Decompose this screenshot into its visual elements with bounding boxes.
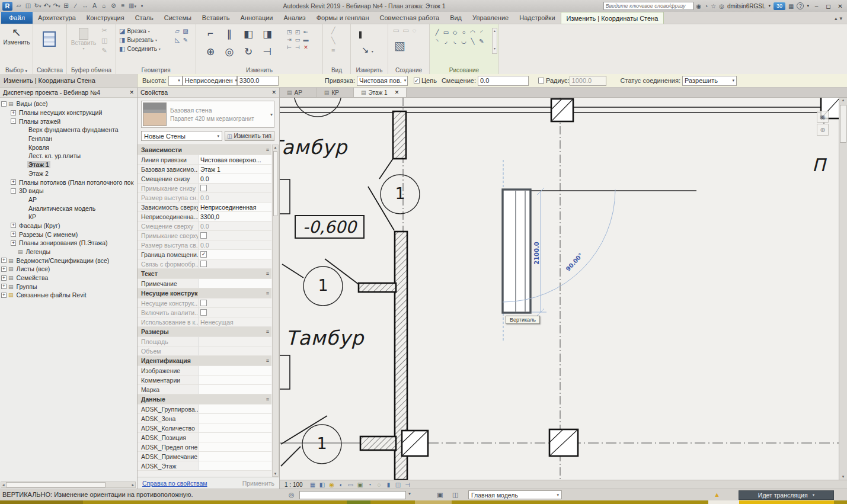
room-label[interactable]: Тамбур xyxy=(280,136,347,159)
create-tool-icon[interactable]: ◌ xyxy=(413,27,417,34)
ribbon-tab[interactable]: Надстройки xyxy=(514,12,560,24)
view-tab[interactable]: ▤ КР xyxy=(317,88,354,97)
ribbon-tab[interactable]: Архитектура xyxy=(33,12,81,24)
tree-item[interactable]: ▤ Кровля xyxy=(0,143,137,152)
draw-tool-icon[interactable]: ◞ xyxy=(442,37,450,46)
element-filter-select[interactable]: Новые Стены ▾ xyxy=(141,131,222,141)
username[interactable]: dmitsin6RGSL xyxy=(727,3,765,9)
draw-tool-icon[interactable]: ○ xyxy=(459,28,468,37)
geometry-extra-icon[interactable]: ▨ xyxy=(181,28,190,37)
geometry-tool-button[interactable]: ◪ Врезка ▾ xyxy=(119,27,161,36)
tree-expander-icon[interactable]: + xyxy=(1,258,7,263)
modify-tool-icon[interactable]: ◎ xyxy=(225,46,234,63)
modify-tool-icon[interactable]: ⊣ xyxy=(263,46,272,63)
ribbon-tab[interactable]: Управление xyxy=(467,12,514,24)
property-value[interactable] xyxy=(198,414,271,423)
tree-item[interactable]: + ▤ Планы зонирования (П.Этажа) xyxy=(0,239,137,248)
worksets-icon[interactable]: ◎ xyxy=(289,491,295,499)
property-row[interactable]: Текст xyxy=(138,269,271,279)
property-row[interactable]: ADSK_Примечание xyxy=(138,452,271,461)
view-tab[interactable]: ▤ АР xyxy=(280,88,317,97)
property-row[interactable]: Размеры xyxy=(138,327,271,337)
property-row[interactable]: Линия привязки Чистовая поверхно... xyxy=(138,155,271,165)
type-selector-arrow-icon[interactable]: ▾ xyxy=(270,112,273,117)
ribbon-tab[interactable]: Совместная работа xyxy=(374,12,445,24)
undo-icon[interactable]: ↶▾ xyxy=(43,1,52,12)
modify-tool-icon[interactable]: ∥ xyxy=(227,28,232,46)
design-option-select[interactable]: Главная модель ▾ xyxy=(468,490,562,499)
tree-item[interactable]: + ▤ Разрезы (С именем) xyxy=(0,230,137,239)
property-value[interactable]: Этаж 1 xyxy=(198,165,271,174)
modify-tool-icon[interactable]: ↻ xyxy=(244,46,252,63)
ribbon-tab[interactable]: Системы xyxy=(159,12,197,24)
property-row[interactable]: Размер выступа св... 0.0 xyxy=(138,240,271,250)
property-value[interactable] xyxy=(198,423,271,432)
create-group-button[interactable]: ▧ xyxy=(394,38,405,53)
tree-item[interactable]: ▤ АР xyxy=(0,195,137,204)
property-row[interactable]: Зависимость сверху Неприсоединенная xyxy=(138,203,271,212)
shadows-icon[interactable]: ◐ xyxy=(337,481,346,488)
draw-tool-icon[interactable]: ▭ xyxy=(442,28,450,37)
modify-small-icon[interactable]: ✕ xyxy=(302,44,310,52)
draw-tool-icon[interactable]: ◇ xyxy=(450,28,459,37)
property-row[interactable]: ADSK_Количество xyxy=(138,423,271,433)
modify-small-icon[interactable]: ⇥ xyxy=(285,37,293,44)
broadcast-button[interactable]: Идет трансляция ▾ xyxy=(739,490,834,500)
clipboard-tool-icon[interactable]: ✎ xyxy=(101,47,107,54)
user-avatar-icon[interactable]: ◎ xyxy=(719,3,724,9)
property-row[interactable]: Использование в к... Ненесущая xyxy=(138,317,271,327)
default-3d-view-icon[interactable]: ⌂ xyxy=(100,1,108,12)
view-tab-close-icon[interactable]: ✕ xyxy=(395,89,399,95)
offset-input[interactable]: 0.0 xyxy=(478,76,529,86)
tree-item[interactable]: ▤ Этаж 2 xyxy=(0,169,137,178)
measure-button[interactable]: ↘ ▾ xyxy=(362,44,373,55)
thin-lines-icon[interactable]: ≡ xyxy=(119,1,127,12)
print-icon[interactable]: ⊞ xyxy=(62,1,71,12)
section-icon[interactable]: ⊘ xyxy=(109,1,118,12)
property-row[interactable]: Марка xyxy=(138,385,271,394)
exclude-options-icon[interactable]: ◫ xyxy=(452,491,458,499)
tree-item[interactable]: ▤ Лест. кл. ур.плиты xyxy=(0,152,137,160)
draw-panel-scrollbar[interactable]: ▴ ▾ xyxy=(492,28,497,54)
property-value[interactable] xyxy=(198,405,271,413)
modify-tool-icon[interactable]: ⌐ xyxy=(207,28,213,46)
property-row[interactable]: Несущие конструкции xyxy=(138,288,271,298)
tree-item[interactable]: + ▤ Ведомости/Спецификации (все) xyxy=(0,256,137,265)
crop-region-icon[interactable]: ▣ xyxy=(356,481,365,488)
door-tag[interactable]: 1 xyxy=(391,184,409,203)
property-value[interactable] xyxy=(198,346,271,355)
customize-qat-icon[interactable]: ▪ xyxy=(138,1,146,12)
analytical-model-icon[interactable]: ◫ xyxy=(394,481,402,488)
panel-label-select[interactable]: Выбор ▾ xyxy=(0,67,33,73)
modify-button[interactable]: ↖ Изменить xyxy=(5,26,28,46)
tree-item[interactable]: - ▤ 3D виды xyxy=(0,187,137,195)
property-row[interactable]: Изображение xyxy=(138,366,271,375)
steering-wheel-icon[interactable]: ◉ xyxy=(817,111,829,123)
active-workset-input[interactable] xyxy=(299,491,406,499)
tree-item[interactable]: + ▤ Семейства xyxy=(0,274,137,283)
tree-expander-icon[interactable]: + xyxy=(1,267,7,272)
property-value[interactable] xyxy=(198,279,271,288)
open-icon[interactable]: ▱ xyxy=(14,1,23,12)
modify-tool-icon[interactable]: ⊕ xyxy=(206,46,215,63)
ribbon-cycle-arrow-icon[interactable]: ▾ xyxy=(839,15,842,21)
tree-item[interactable]: + ▤ Листы (все) xyxy=(0,265,137,274)
modify-small-icon[interactable]: ▬ xyxy=(302,37,310,44)
draw-tool-icon[interactable]: ◝ xyxy=(433,37,442,46)
revit-logo[interactable]: R xyxy=(2,2,12,11)
visual-style-icon[interactable]: ◧ xyxy=(318,481,327,488)
tree-item[interactable]: + ▤ Планы несущих конструкций xyxy=(0,108,137,117)
property-row[interactable]: ADSK_Группирова... xyxy=(138,405,271,414)
view-tab[interactable]: ▤ Этаж 1 ✕ xyxy=(354,88,407,97)
properties-help-link[interactable]: Справка по свойствам xyxy=(142,480,207,487)
pan-icon[interactable]: ⊕ xyxy=(817,124,829,136)
tree-expander-icon[interactable]: + xyxy=(1,284,7,289)
redo-icon[interactable]: ↷▾ xyxy=(52,1,61,12)
ribbon-tab[interactable]: Вставить xyxy=(197,12,235,24)
modify-small-icon[interactable]: ⇤ xyxy=(302,29,310,37)
property-value[interactable] xyxy=(198,250,271,259)
floor-plan-canvas[interactable]: Тамбур Тамбур -0,600 1 1 1 П 2100.0 90.0… xyxy=(280,98,839,480)
detail-level-icon[interactable]: ▦ xyxy=(309,481,317,488)
property-row[interactable]: Объем xyxy=(138,346,271,356)
property-row[interactable]: Базовая зависимо... Этаж 1 xyxy=(138,165,271,174)
